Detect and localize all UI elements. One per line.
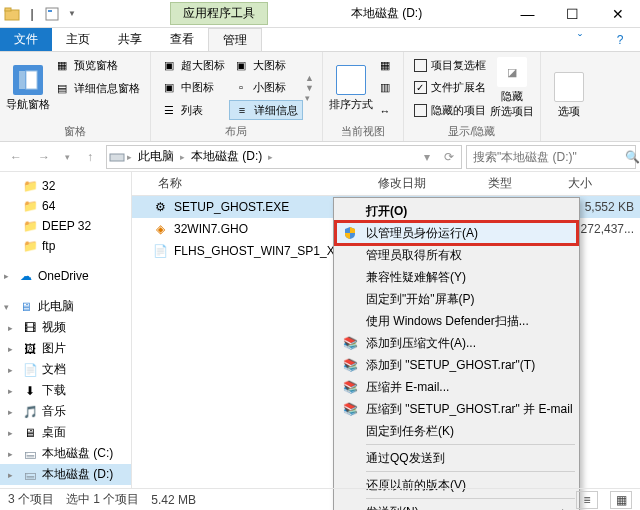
search-input[interactable] (471, 149, 625, 165)
view-details-toggle[interactable]: ≡ (576, 491, 598, 509)
svg-rect-5 (26, 71, 37, 89)
add-columns-button[interactable]: ▥ (373, 79, 397, 97)
ctx-pin-start[interactable]: 固定到"开始"屏幕(P) (336, 288, 577, 310)
ctx-take-ownership[interactable]: 管理员取得所有权 (336, 244, 577, 266)
qat-dropdown-icon[interactable]: ▼ (64, 6, 80, 22)
close-button[interactable]: ✕ (595, 0, 640, 28)
nav-pane-button[interactable]: 导航窗格 (6, 54, 50, 122)
search-box[interactable]: 🔍 (466, 145, 636, 169)
nav-pc-documents[interactable]: ▸📄文档 (0, 359, 131, 380)
expand-ribbon-icon[interactable]: ˇ (560, 28, 600, 51)
ribbon-group-layout: ▣超大图标 ▣中图标 ☰列表 ▣大图标 ▫小图标 ≡详细信息 ▲▼▾ 布局 (151, 52, 323, 141)
ctx-separator (366, 444, 575, 445)
tab-view[interactable]: 查看 (156, 28, 208, 51)
ctx-defender-scan[interactable]: 使用 Windows Defender扫描... (336, 310, 577, 332)
ctx-open[interactable]: 打开(O) (336, 200, 577, 222)
svg-rect-6 (110, 154, 124, 161)
ctx-compat-troubleshoot[interactable]: 兼容性疑难解答(Y) (336, 266, 577, 288)
hide-selected-button[interactable]: ◪ 隐藏 所选项目 (490, 54, 534, 122)
nav-pc-videos[interactable]: ▸🎞视频 (0, 317, 131, 338)
shield-icon (342, 225, 358, 241)
details-pane-button[interactable]: ▤详细信息窗格 (50, 80, 144, 98)
title-bar: | ▼ 应用程序工具 本地磁盘 (D:) — ☐ ✕ (0, 0, 640, 28)
nav-folder-32[interactable]: 📁32 (0, 176, 131, 196)
ctx-qq-send[interactable]: 通过QQ发送到 (336, 447, 577, 469)
up-button[interactable]: ↑ (78, 145, 102, 169)
tab-home[interactable]: 主页 (52, 28, 104, 51)
ribbon-group-options: ☑ 选项 (541, 52, 597, 141)
nav-pc-music[interactable]: ▸🎵音乐 (0, 401, 131, 422)
breadcrumb[interactable]: ▸ 此电脑 ▸ 本地磁盘 (D:) ▸ ▾ ⟳ (106, 145, 462, 169)
status-bar: 3 个项目 选中 1 个项目 5.42 MB ≡ ▦ (0, 488, 640, 510)
rar-icon: 📚 (342, 335, 358, 351)
col-type[interactable]: 类型 (482, 175, 562, 192)
qat-separator: | (24, 6, 40, 22)
view-thumbnails-toggle[interactable]: ▦ (610, 491, 632, 509)
forward-button[interactable]: → (32, 145, 56, 169)
ctx-pin-taskbar[interactable]: 固定到任务栏(K) (336, 420, 577, 442)
tab-file[interactable]: 文件 (0, 28, 52, 51)
nav-folder-64[interactable]: 📁64 (0, 196, 131, 216)
ribbon-tabs: 文件 主页 共享 查看 管理 ˇ ? (0, 28, 640, 52)
hidden-items-toggle[interactable]: 隐藏的项目 (410, 102, 490, 119)
layout-s-icons[interactable]: ▫小图标 (229, 78, 303, 96)
ctx-compress-email[interactable]: 📚压缩并 E-mail... (336, 376, 577, 398)
window-buttons: — ☐ ✕ (505, 0, 640, 28)
file-icon: 📄 (152, 243, 168, 259)
tab-share[interactable]: 共享 (104, 28, 156, 51)
size-columns-button[interactable]: ↔ (373, 102, 397, 120)
col-name[interactable]: 名称 (132, 175, 372, 192)
rar-icon: 📚 (342, 379, 358, 395)
breadcrumb-dropdown[interactable]: ▾ (417, 145, 437, 169)
refresh-button[interactable]: ⟳ (439, 145, 459, 169)
nav-folder-deep32[interactable]: 📁DEEP 32 (0, 216, 131, 236)
contextual-tab-label: 应用程序工具 (170, 2, 268, 25)
explorer-icon (4, 6, 20, 22)
item-checkboxes-toggle[interactable]: 项目复选框 (410, 57, 490, 74)
file-extensions-toggle[interactable]: ✓文件扩展名 (410, 79, 490, 96)
column-headers[interactable]: 名称 修改日期 类型 大小 (132, 172, 640, 196)
ribbon-group-current-view: ↕ 排序方式 ▦ ▥ ↔ 当前视图 (323, 52, 404, 141)
maximize-button[interactable]: ☐ (550, 0, 595, 28)
help-icon[interactable]: ? (600, 28, 640, 51)
ctx-compress-rar-email[interactable]: 📚压缩到 "SETUP_GHOST.rar" 并 E-mail (336, 398, 577, 420)
group-by-button[interactable]: ▦ (373, 56, 397, 74)
nav-this-pc[interactable]: ▾🖥此电脑 (0, 296, 131, 317)
layout-l-icons[interactable]: ▣大图标 (229, 56, 303, 74)
nav-drive-c[interactable]: ▸🖴本地磁盘 (C:) (0, 443, 131, 464)
col-size[interactable]: 大小 (562, 175, 640, 192)
sort-button[interactable]: ↕ 排序方式 (329, 54, 373, 122)
status-size: 5.42 MB (151, 493, 196, 507)
preview-pane-button[interactable]: ▦预览窗格 (50, 57, 144, 75)
ribbon: 导航窗格 ▦预览窗格 ▤详细信息窗格 窗格 ▣超大图标 ▣中图标 ☰列表 ▣大图… (0, 52, 640, 142)
tab-manage[interactable]: 管理 (208, 28, 262, 51)
back-button[interactable]: ← (4, 145, 28, 169)
ctx-run-as-admin[interactable]: 以管理员身份运行(A) (336, 222, 577, 244)
nav-folder-ftp[interactable]: 📁ftp (0, 236, 131, 256)
search-icon: 🔍 (625, 150, 640, 164)
nav-pc-desktop[interactable]: ▸🖥桌面 (0, 422, 131, 443)
layout-m-icons[interactable]: ▣中图标 (157, 79, 229, 97)
properties-icon[interactable] (44, 6, 60, 22)
ctx-add-archive[interactable]: 📚添加到压缩文件(A)... (336, 332, 577, 354)
breadcrumb-drive[interactable]: 本地磁盘 (D:) (187, 148, 266, 165)
navigation-pane[interactable]: 📁32 📁64 📁DEEP 32 📁ftp ▸☁OneDrive ▾🖥此电脑 ▸… (0, 172, 132, 488)
nav-onedrive[interactable]: ▸☁OneDrive (0, 266, 131, 286)
history-dropdown[interactable]: ▾ (60, 145, 74, 169)
nav-pc-pictures[interactable]: ▸🖼图片 (0, 338, 131, 359)
ctx-add-rar[interactable]: 📚添加到 "SETUP_GHOST.rar"(T) (336, 354, 577, 376)
svg-rect-1 (5, 8, 11, 11)
exe-icon: ⚙ (152, 199, 168, 215)
layout-list[interactable]: ☰列表 (157, 102, 229, 120)
layout-xl-icons[interactable]: ▣超大图标 (157, 56, 229, 74)
breadcrumb-pc[interactable]: 此电脑 (134, 148, 178, 165)
status-selected: 选中 1 个项目 (66, 491, 139, 508)
minimize-button[interactable]: — (505, 0, 550, 28)
rar-icon: 📚 (342, 401, 358, 417)
svg-rect-2 (46, 8, 58, 20)
nav-drive-d[interactable]: ▸🖴本地磁盘 (D:) (0, 464, 131, 485)
col-date[interactable]: 修改日期 (372, 175, 482, 192)
options-button[interactable]: ☑ 选项 (547, 54, 591, 137)
nav-pc-downloads[interactable]: ▸⬇下载 (0, 380, 131, 401)
layout-details[interactable]: ≡详细信息 (229, 100, 303, 120)
